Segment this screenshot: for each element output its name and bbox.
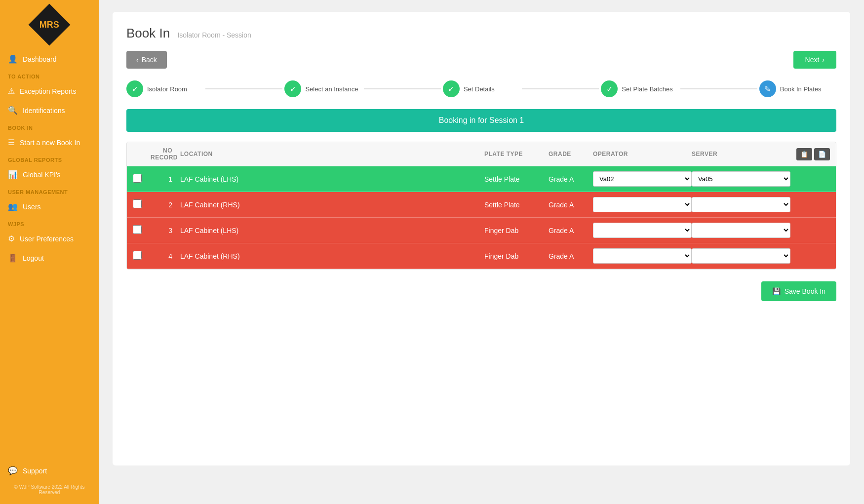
page-title-text: Book In [126,26,170,40]
row1-no: 1 [151,175,180,183]
row4-location: LAF Cabinet (RHS) [180,252,484,260]
sidebar-label-user-preferences: User Preferences [20,235,74,243]
step-label-5: Book In Plates [780,85,822,93]
search-icon: 🔍 [8,106,18,115]
row3-operator-select[interactable]: Va02 Va03 Va04 Va05 [593,223,692,238]
step-circle-2: ✓ [284,80,301,97]
table-row: 4 LAF Cabinet (RHS) Finger Dab Grade A V… [127,243,836,269]
copy-icon-button[interactable]: 📋 [796,148,812,160]
logo-diamond: MRS [29,4,71,46]
row3-check[interactable] [133,225,151,235]
row2-check[interactable] [133,199,151,210]
table-row: 3 LAF Cabinet (LHS) Finger Dab Grade A V… [127,218,836,243]
step-line-4 [680,88,757,89]
sidebar-item-user-preferences[interactable]: ⚙ User Preferences [0,229,99,248]
row2-operator-select[interactable]: Va02 Va03 Va04 Va05 [593,197,692,212]
paste-icon-button[interactable]: 📄 [814,148,830,160]
row3-operator-cell: Va02 Va03 Va04 Va05 [593,223,692,238]
row4-server-cell: Va01 Va02 Va03 Va04 Va05 [692,248,790,264]
row3-location: LAF Cabinet (LHS) [180,227,484,234]
row1-server-select[interactable]: Va05 Va01 Va02 Va03 Va04 [692,171,790,187]
gear-icon: ⚙ [8,234,15,243]
row2-plate-type: Settle Plate [484,201,549,209]
row3-server-select[interactable]: Va01 Va02 Va03 Va04 Va05 [692,223,790,238]
step-line-3 [522,88,599,89]
session-banner: Booking in for Session 1 [126,109,836,132]
section-wjps: WJPS [0,216,99,229]
step-book-in-plates: ✎ Book In Plates [759,80,836,97]
step-circle-5: ✎ [759,80,776,97]
step-isolator-room: ✓ Isolator Room [126,80,203,97]
row3-grade: Grade A [549,227,593,234]
book-icon: ☰ [8,138,15,147]
row4-server-select[interactable]: Va01 Va02 Va03 Va04 Va05 [692,248,790,264]
sidebar-item-start-new-book-in[interactable]: ☰ Start a new Book In [0,133,99,152]
col-header-operator: OPERATOR [593,151,692,157]
row2-no: 2 [151,201,180,209]
row4-checkbox[interactable] [133,251,142,260]
sidebar-item-logout[interactable]: 🚪 Logout [0,248,99,268]
row3-server-cell: Va01 Va02 Va03 Va04 Va05 [692,223,790,238]
row4-operator-select[interactable]: Va02 Va03 Va04 Va05 [593,248,692,264]
row1-checkbox[interactable] [133,174,142,183]
sidebar-label-identifications: Identifications [23,107,65,115]
row2-operator-cell: Va02 Va03 Va04 Va05 [593,197,692,212]
row2-server-select[interactable]: Va01 Va02 Va03 Va04 Va05 [692,197,790,212]
section-global-reports: GLOBAL REPORTS [0,152,99,165]
row4-check[interactable] [133,251,151,261]
logo-container: MRS [0,0,99,49]
row1-grade: Grade A [549,175,593,183]
sidebar-label-users: Users [23,203,41,211]
next-button[interactable]: Next › [793,51,836,69]
logout-icon: 🚪 [8,253,18,263]
sidebar-item-users[interactable]: 👥 Users [0,197,99,216]
row3-checkbox[interactable] [133,225,142,234]
row4-no: 4 [151,252,180,260]
save-book-in-button[interactable]: 💾 Save Book In [761,281,836,301]
sidebar-item-support[interactable]: 💬 Support [0,461,99,480]
row2-grade: Grade A [549,201,593,209]
row4-operator-cell: Va02 Va03 Va04 Va05 [593,248,692,264]
save-icon: 💾 [772,287,781,295]
row2-server-cell: Va01 Va02 Va03 Va04 Va05 [692,197,790,212]
section-user-management: USER MANAGEMENT [0,184,99,197]
sidebar-item-identifications[interactable]: 🔍 Identifications [0,101,99,120]
row3-no: 3 [151,227,180,234]
col-header-server: SERVER [692,151,790,157]
sidebar-item-global-kpis[interactable]: 📊 Global KPI's [0,165,99,184]
sidebar-label-start-new-book-in: Start a new Book In [20,139,80,147]
chart-icon: 📊 [8,170,18,179]
table-header: NO RECORD LOCATION PLATE TYPE GRADE OPER… [127,142,836,166]
next-label: Next [805,56,820,64]
support-icon: 💬 [8,466,18,475]
step-circle-4: ✓ [601,80,618,97]
step-label-3: Set Details [464,85,495,93]
step-set-details: ✓ Set Details [443,80,520,97]
step-select-instance: ✓ Select an Instance [284,80,361,97]
back-arrow-icon: ‹ [136,56,139,64]
table-row: 1 LAF Cabinet (LHS) Settle Plate Grade A… [127,166,836,192]
step-label-2: Select an Instance [305,85,358,93]
row2-checkbox[interactable] [133,199,142,208]
save-bar: 💾 Save Book In [126,281,836,301]
col-header-grade: GRADE [549,151,593,157]
row4-grade: Grade A [549,252,593,260]
sidebar-label-global-kpis: Global KPI's [23,171,61,179]
row1-check[interactable] [133,174,151,184]
row1-operator-select[interactable]: Va02 Va03 Va04 Va05 [593,171,692,187]
sidebar-item-exception-reports[interactable]: ⚠ Exception Reports [0,81,99,101]
main-content: Book In Isolator Room - Session ‹ Back N… [99,0,864,504]
row4-plate-type: Finger Dab [484,252,549,260]
col-header-location: LOCATION [180,151,484,157]
save-button-label: Save Book In [785,287,825,295]
step-circle-1: ✓ [126,80,143,97]
plates-table: NO RECORD LOCATION PLATE TYPE GRADE OPER… [126,142,836,270]
back-button[interactable]: ‹ Back [126,51,167,69]
sidebar: MRS 👤 Dashboard TO ACTION ⚠ Exception Re… [0,0,99,504]
row3-plate-type: Finger Dab [484,227,549,234]
copyright: © WJP Software 2022 All Rights Reserved [0,480,99,499]
row1-server-cell: Va05 Va01 Va02 Va03 Va04 [692,171,790,187]
sidebar-item-dashboard[interactable]: 👤 Dashboard [0,49,99,69]
col-header-actions: 📋 📄 [790,148,830,160]
step-set-plate-batches: ✓ Set Plate Batches [601,80,678,97]
